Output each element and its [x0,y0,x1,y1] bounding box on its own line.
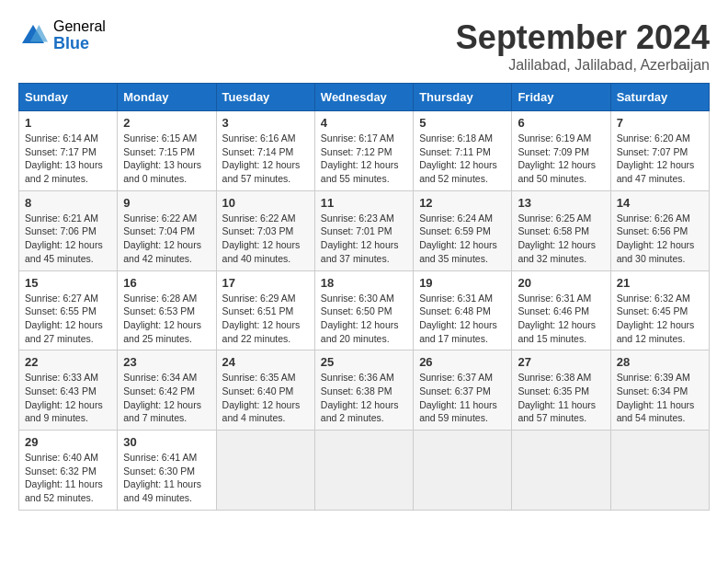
calendar-header-saturday: Saturday [610,84,709,111]
calendar-cell: 24 Sunrise: 6:35 AMSunset: 6:40 PMDaylig… [216,350,314,431]
calendar-cell: 18 Sunrise: 6:30 AMSunset: 6:50 PMDaylig… [314,270,413,350]
day-number: 17 [222,276,309,290]
calendar-cell: 12 Sunrise: 6:24 AMSunset: 6:59 PMDaylig… [414,190,512,270]
calendar-cell: 2 Sunrise: 6:15 AMSunset: 7:15 PMDayligh… [118,111,216,191]
day-info: Sunrise: 6:21 AMSunset: 7:06 PMDaylight:… [25,212,111,266]
day-number: 4 [321,116,407,130]
calendar-cell [216,431,314,511]
calendar-week-row: 8 Sunrise: 6:21 AMSunset: 7:06 PMDayligh… [19,190,710,270]
day-info: Sunrise: 6:31 AMSunset: 6:48 PMDaylight:… [419,292,506,346]
calendar-cell: 15 Sunrise: 6:27 AMSunset: 6:55 PMDaylig… [19,270,118,350]
day-number: 24 [222,355,309,369]
day-number: 10 [222,196,309,210]
day-number: 1 [25,116,111,130]
day-number: 12 [419,196,506,210]
day-info: Sunrise: 6:41 AMSunset: 6:30 PMDaylight:… [123,451,210,505]
calendar-cell: 5 Sunrise: 6:18 AMSunset: 7:11 PMDayligh… [414,111,512,191]
day-info: Sunrise: 6:28 AMSunset: 6:53 PMDaylight:… [123,292,210,346]
day-info: Sunrise: 6:26 AMSunset: 6:56 PMDaylight:… [617,212,703,266]
calendar-cell: 22 Sunrise: 6:33 AMSunset: 6:43 PMDaylig… [19,350,118,431]
day-number: 18 [321,276,407,290]
day-info: Sunrise: 6:16 AMSunset: 7:14 PMDaylight:… [222,132,309,186]
calendar-cell: 14 Sunrise: 6:26 AMSunset: 6:56 PMDaylig… [610,190,709,270]
day-number: 6 [518,116,604,130]
day-info: Sunrise: 6:32 AMSunset: 6:45 PMDaylight:… [617,292,703,346]
day-info: Sunrise: 6:29 AMSunset: 6:51 PMDaylight:… [222,292,309,346]
calendar-cell: 13 Sunrise: 6:25 AMSunset: 6:58 PMDaylig… [512,190,610,270]
calendar-cell: 9 Sunrise: 6:22 AMSunset: 7:04 PMDayligh… [118,190,216,270]
day-info: Sunrise: 6:30 AMSunset: 6:50 PMDaylight:… [321,292,407,346]
day-number: 28 [617,355,703,369]
calendar-header-thursday: Thursday [414,84,512,111]
calendar-cell: 21 Sunrise: 6:32 AMSunset: 6:45 PMDaylig… [610,270,709,350]
calendar-header-monday: Monday [118,84,216,111]
calendar-cell: 1 Sunrise: 6:14 AMSunset: 7:17 PMDayligh… [19,111,118,191]
day-info: Sunrise: 6:33 AMSunset: 6:43 PMDaylight:… [25,371,111,425]
logo-blue: Blue [53,35,106,53]
day-info: Sunrise: 6:19 AMSunset: 7:09 PMDaylight:… [518,132,604,186]
day-number: 19 [419,276,506,290]
calendar-cell [414,431,512,511]
day-info: Sunrise: 6:31 AMSunset: 6:46 PMDaylight:… [518,292,604,346]
day-info: Sunrise: 6:24 AMSunset: 6:59 PMDaylight:… [419,212,506,266]
day-info: Sunrise: 6:20 AMSunset: 7:07 PMDaylight:… [617,132,703,186]
day-info: Sunrise: 6:38 AMSunset: 6:35 PMDaylight:… [518,371,604,425]
calendar-header-friday: Friday [512,84,610,111]
day-info: Sunrise: 6:39 AMSunset: 6:34 PMDaylight:… [617,371,703,425]
calendar-header-sunday: Sunday [19,84,118,111]
day-info: Sunrise: 6:18 AMSunset: 7:11 PMDaylight:… [419,132,506,186]
day-number: 27 [518,355,604,369]
calendar-cell [512,431,610,511]
day-number: 29 [25,435,111,449]
day-number: 22 [25,355,111,369]
calendar-cell: 28 Sunrise: 6:39 AMSunset: 6:34 PMDaylig… [610,350,709,431]
day-info: Sunrise: 6:14 AMSunset: 7:17 PMDaylight:… [25,132,111,186]
logo-general: General [53,18,106,35]
calendar-cell: 27 Sunrise: 6:38 AMSunset: 6:35 PMDaylig… [512,350,610,431]
calendar-header-row: SundayMondayTuesdayWednesdayThursdayFrid… [19,84,710,111]
calendar-cell: 25 Sunrise: 6:36 AMSunset: 6:38 PMDaylig… [314,350,413,431]
calendar-cell: 4 Sunrise: 6:17 AMSunset: 7:12 PMDayligh… [314,111,413,191]
location-title: Jalilabad, Jalilabad, Azerbaijan [456,57,710,74]
day-info: Sunrise: 6:37 AMSunset: 6:37 PMDaylight:… [419,371,506,425]
calendar-cell: 23 Sunrise: 6:34 AMSunset: 6:42 PMDaylig… [118,350,216,431]
logo-text: General Blue [53,18,106,52]
calendar-cell: 6 Sunrise: 6:19 AMSunset: 7:09 PMDayligh… [512,111,610,191]
day-number: 13 [518,196,604,210]
calendar-week-row: 22 Sunrise: 6:33 AMSunset: 6:43 PMDaylig… [19,350,710,431]
day-info: Sunrise: 6:22 AMSunset: 7:04 PMDaylight:… [123,212,210,266]
page-header: General Blue September 2024 Jalilabad, J… [18,18,710,74]
calendar-week-row: 29 Sunrise: 6:40 AMSunset: 6:32 PMDaylig… [19,431,710,511]
day-info: Sunrise: 6:27 AMSunset: 6:55 PMDaylight:… [25,292,111,346]
calendar-header-wednesday: Wednesday [314,84,413,111]
day-number: 15 [25,276,111,290]
day-info: Sunrise: 6:23 AMSunset: 7:01 PMDaylight:… [321,212,407,266]
day-info: Sunrise: 6:25 AMSunset: 6:58 PMDaylight:… [518,212,604,266]
calendar-cell: 20 Sunrise: 6:31 AMSunset: 6:46 PMDaylig… [512,270,610,350]
month-title: September 2024 [456,18,710,57]
calendar-table: SundayMondayTuesdayWednesdayThursdayFrid… [18,83,710,511]
logo-icon [18,21,48,51]
day-number: 21 [617,276,703,290]
calendar-cell: 8 Sunrise: 6:21 AMSunset: 7:06 PMDayligh… [19,190,118,270]
calendar-cell: 10 Sunrise: 6:22 AMSunset: 7:03 PMDaylig… [216,190,314,270]
day-number: 25 [321,355,407,369]
calendar-cell: 16 Sunrise: 6:28 AMSunset: 6:53 PMDaylig… [118,270,216,350]
day-number: 11 [321,196,407,210]
day-info: Sunrise: 6:36 AMSunset: 6:38 PMDaylight:… [321,371,407,425]
calendar-cell: 3 Sunrise: 6:16 AMSunset: 7:14 PMDayligh… [216,111,314,191]
day-number: 5 [419,116,506,130]
day-number: 7 [617,116,703,130]
calendar-cell [314,431,413,511]
day-info: Sunrise: 6:34 AMSunset: 6:42 PMDaylight:… [123,371,210,425]
title-block: September 2024 Jalilabad, Jalilabad, Aze… [456,18,710,74]
day-number: 9 [123,196,210,210]
calendar-week-row: 1 Sunrise: 6:14 AMSunset: 7:17 PMDayligh… [19,111,710,191]
day-number: 8 [25,196,111,210]
day-number: 26 [419,355,506,369]
day-number: 2 [123,116,210,130]
calendar-cell: 19 Sunrise: 6:31 AMSunset: 6:48 PMDaylig… [414,270,512,350]
day-info: Sunrise: 6:22 AMSunset: 7:03 PMDaylight:… [222,212,309,266]
calendar-cell: 30 Sunrise: 6:41 AMSunset: 6:30 PMDaylig… [118,431,216,511]
calendar-cell: 11 Sunrise: 6:23 AMSunset: 7:01 PMDaylig… [314,190,413,270]
